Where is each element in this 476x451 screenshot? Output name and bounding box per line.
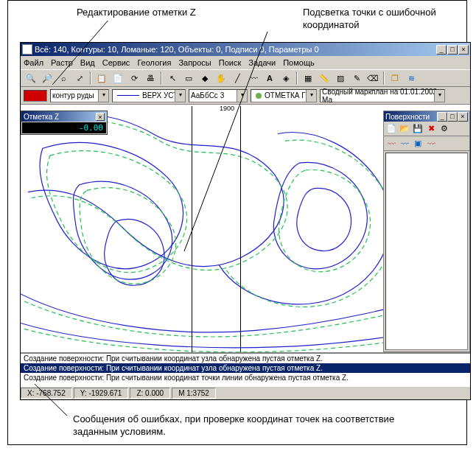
- minimize-button[interactable]: _: [436, 45, 447, 55]
- select-icon[interactable]: ▭: [181, 71, 196, 85]
- marker-icon[interactable]: ◈: [279, 71, 293, 85]
- surfaces-icon[interactable]: ≋: [404, 71, 419, 85]
- chevron-down-icon[interactable]: ▾: [434, 90, 444, 102]
- text-icon[interactable]: A: [262, 71, 277, 85]
- font-combo[interactable]: АаБбСс 3 ▾: [189, 89, 248, 102]
- marker-sample-icon: [256, 93, 262, 99]
- polyline-icon[interactable]: 〰: [246, 71, 261, 85]
- surfaces-toolbar-1: 📄 📂 💾 ✖ ⚙: [384, 122, 469, 136]
- line-icon[interactable]: ╱: [230, 71, 245, 85]
- menu-raster[interactable]: Растр: [51, 58, 73, 67]
- chevron-down-icon[interactable]: ▾: [175, 90, 185, 102]
- callout-edit-z: Редактирование отметки Z: [71, 4, 202, 21]
- measure-icon[interactable]: 📏: [317, 71, 332, 85]
- info-value: Сводный маркплан на 01.01.2002г. Ма: [322, 88, 443, 104]
- surfaces-panel: Поверхности _ □ × 📄 📂 💾 ✖ ⚙ 〰 〰 ▣ 〰: [383, 111, 470, 352]
- menu-file[interactable]: Файл: [24, 58, 43, 67]
- z-editor-close-button[interactable]: ×: [96, 113, 105, 121]
- status-x: X: -768.752: [21, 388, 72, 399]
- surface-wire-blue-icon[interactable]: 〰: [399, 138, 410, 150]
- app-icon: [22, 44, 32, 55]
- fill-icon[interactable]: ▨: [333, 71, 348, 85]
- chevron-down-icon[interactable]: ▾: [306, 90, 316, 102]
- menu-queries[interactable]: Запросы: [178, 58, 211, 67]
- menu-view[interactable]: Вид: [80, 58, 95, 67]
- titlebar: Всё: 140, Контуры: 10, Ломаные: 120, Объ…: [21, 43, 470, 56]
- chevron-down-icon[interactable]: ▾: [98, 90, 108, 102]
- info-combo[interactable]: Сводный маркплан на 01.01.2002г. Ма ▾: [320, 89, 445, 102]
- menu-search[interactable]: Поиск: [219, 58, 241, 67]
- z-editor-panel[interactable]: Отметка Z × -0.00: [21, 111, 108, 135]
- message-row[interactable]: Создание поверхности: При считывании коо…: [21, 354, 470, 363]
- menu-geology[interactable]: Геология: [137, 58, 171, 67]
- layer-combo[interactable]: контур руды ▾: [50, 89, 109, 102]
- linestyle-combo[interactable]: ВЕРХ УСТЬ ▾: [112, 89, 186, 102]
- settings-surface-icon[interactable]: ⚙: [438, 123, 450, 135]
- status-bar: X: -768.752 Y: -1929.671 Z: 0.000 М 1:37…: [21, 386, 470, 399]
- surfaces-toolbar-2: 〰 〰 ▣ 〰: [384, 136, 469, 151]
- chevron-down-icon[interactable]: ▾: [237, 90, 247, 102]
- refresh-icon[interactable]: ⟳: [127, 71, 141, 85]
- layer-combo-value: контур руды: [52, 91, 94, 99]
- line-sample-icon: [117, 95, 139, 96]
- zoom-in-icon[interactable]: 🔍: [24, 71, 38, 85]
- open-surface-icon[interactable]: 📂: [399, 123, 410, 135]
- paste-icon[interactable]: 📄: [111, 71, 125, 85]
- surface-wire-red2-icon[interactable]: 〰: [425, 138, 437, 150]
- surfaces-maximize-button[interactable]: □: [447, 112, 458, 122]
- zoom-out-icon[interactable]: 🔎: [40, 71, 55, 85]
- z-editor-value[interactable]: -0.00: [22, 122, 106, 133]
- delete-surface-icon[interactable]: ✖: [425, 123, 437, 135]
- font-size: 3: [220, 91, 225, 99]
- menu-tasks[interactable]: Задачи: [248, 58, 276, 67]
- zoom-extents-icon[interactable]: ⤢: [72, 71, 87, 85]
- status-z: Z: 0.000: [130, 388, 170, 399]
- message-row[interactable]: Создание поверхности: При считывании коо…: [21, 373, 470, 382]
- zoom-window-icon[interactable]: ⌕: [56, 71, 71, 85]
- copy-icon[interactable]: 📋: [94, 71, 109, 85]
- axis-tick: 1900: [220, 105, 234, 112]
- node-icon[interactable]: ◆: [197, 71, 212, 85]
- surfaces-minimize-button[interactable]: _: [437, 112, 447, 122]
- close-button[interactable]: ×: [458, 45, 469, 55]
- menubar: Файл Растр Вид Сервис Геология Запросы П…: [21, 56, 470, 69]
- message-row-selected[interactable]: Создание поверхности: При считывании коо…: [21, 363, 470, 373]
- callout-highlight-point: Подсветка точки с ошибочной координатой: [297, 4, 452, 35]
- print-icon[interactable]: 🖶: [143, 71, 158, 85]
- surfaces-close-button[interactable]: ×: [458, 112, 468, 122]
- maximize-button[interactable]: □: [447, 45, 458, 55]
- save-surface-icon[interactable]: 💾: [412, 123, 424, 135]
- grid-icon[interactable]: ▦: [301, 71, 315, 85]
- pan-icon[interactable]: ✋: [214, 71, 228, 85]
- callout-error-messages: Сообщения об ошибках, при проверке коорд…: [67, 410, 406, 441]
- surfaces-panel-title: Поверхности: [385, 113, 437, 121]
- z-editor-title: Отметка Z: [24, 113, 59, 121]
- pointer-icon[interactable]: ↖: [165, 71, 180, 85]
- toolbar-style: контур руды ▾ ВЕРХ УСТЬ ▾ АаБбСс 3 ▾ ОТМ…: [21, 87, 470, 105]
- window-title: Всё: 140, Контуры: 10, Ломаные: 120, Объ…: [35, 45, 436, 54]
- layers-icon[interactable]: ❐: [388, 71, 402, 85]
- surfaces-list[interactable]: [385, 153, 468, 350]
- menu-service[interactable]: Сервис: [102, 58, 130, 67]
- marker-value: ОТМЕТКА Г: [265, 91, 306, 99]
- eraser-icon[interactable]: ⌫: [365, 71, 380, 85]
- menu-help[interactable]: Помощь: [283, 58, 315, 67]
- status-y: Y: -1929.671: [74, 388, 129, 399]
- toolbar-main: 🔍 🔎 ⌕ ⤢ 📋 📄 ⟳ 🖶 ↖ ▭ ◆ ✋ ╱ 〰 A ◈ ▦ 📏 ▨ ✎ …: [21, 69, 470, 87]
- status-scale: М 1:3752: [172, 388, 216, 399]
- marker-combo[interactable]: ОТМЕТКА Г ▾: [251, 89, 317, 102]
- new-surface-icon[interactable]: 📄: [385, 123, 397, 135]
- app-window: Всё: 140, Контуры: 10, Ломаные: 120, Объ…: [20, 42, 471, 400]
- window-controls: _ □ ×: [436, 45, 469, 55]
- font-sample: АаБбСс: [191, 91, 218, 99]
- eyedropper-icon[interactable]: ✎: [349, 71, 364, 85]
- message-panel[interactable]: Создание поверхности: При считывании коо…: [21, 352, 470, 386]
- surface-wire-red-icon[interactable]: 〰: [385, 138, 397, 150]
- surface-fill-icon[interactable]: ▣: [412, 138, 424, 150]
- color-swatch[interactable]: [24, 90, 47, 102]
